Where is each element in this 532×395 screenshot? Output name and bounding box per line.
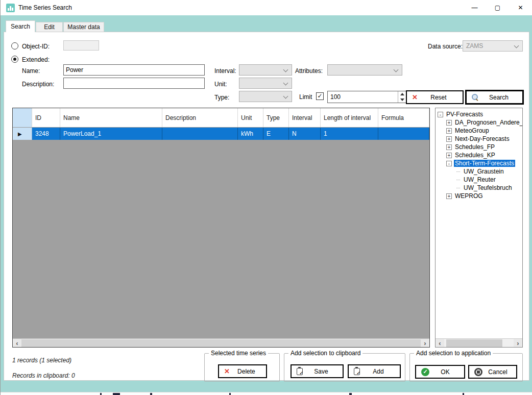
limit-label: Limit (299, 93, 312, 101)
tree-item-schedules-kp[interactable]: + Schedules_KP (436, 151, 522, 159)
tree-item-uw-reuter[interactable]: UW_Reuter (436, 176, 522, 184)
expand-icon[interactable]: + (446, 144, 452, 150)
scroll-right-icon[interactable]: › (421, 339, 429, 348)
tree-item-label: WEPROG (454, 192, 484, 200)
tree-item-label: UW_Teufelsbruch (463, 184, 513, 191)
tree-connector (456, 188, 460, 188)
scrollbar-thumb[interactable] (446, 339, 502, 347)
object-id-radio[interactable] (11, 42, 18, 50)
description-input[interactable] (63, 78, 205, 89)
data-source-select[interactable]: ZAMS (463, 40, 523, 52)
expand-icon[interactable]: + (446, 128, 452, 134)
type-label: Type: (214, 94, 229, 101)
tree-item-pv-forecasts[interactable]: - PV-Forecasts (436, 110, 522, 118)
type-select[interactable] (239, 91, 292, 102)
attributes-select[interactable] (327, 64, 402, 76)
col-header-length-of-interval[interactable]: Length of interval (321, 108, 378, 127)
data-source-label: Data source: (428, 43, 463, 50)
results-grid: ID Name Description Unit Type Interval L… (12, 108, 430, 348)
groupbox-title: Add selection to application (414, 350, 493, 357)
scroll-left-icon[interactable]: ‹ (436, 339, 444, 348)
tree-item-label: UW_Reuter (463, 176, 497, 183)
scrollbar-thumb[interactable] (21, 339, 421, 347)
close-button[interactable]: ✕ (509, 0, 532, 15)
ok-button-label: OK (433, 368, 464, 376)
col-header-name[interactable]: Name (60, 108, 162, 127)
tree-horizontal-scrollbar[interactable]: ‹ › (436, 338, 522, 347)
expand-icon[interactable]: + (446, 153, 452, 158)
name-input[interactable] (63, 64, 205, 76)
tree-item-label: Schedules_FP (454, 143, 496, 151)
tree-item-short-term-forecasts[interactable]: - Short-Term-Forecasts (436, 159, 522, 167)
spin-up-icon[interactable] (398, 91, 406, 97)
scroll-left-icon[interactable]: ‹ (13, 339, 21, 348)
tree-connector (456, 171, 460, 172)
tree-item-meteogroup[interactable]: + MeteoGroup (436, 127, 522, 135)
limit-spin-buttons (398, 91, 406, 103)
tree-item-weprog[interactable]: + WEPROG (436, 192, 522, 200)
green-check-icon: ✓ (421, 368, 429, 376)
forecast-tree-panel: - PV-Forecasts + DA_Prognosen_Andere_ + … (435, 108, 523, 348)
clipboard-status: Records in clipboard: 0 (12, 372, 75, 379)
add-button[interactable]: ✓ Add (348, 364, 401, 378)
collapse-icon[interactable]: - (446, 161, 452, 166)
delete-button[interactable]: ✕ Delete (218, 364, 267, 378)
tree-item-next-day-forecasts[interactable]: + Next-Day-Forecasts (436, 135, 522, 143)
cell-formula (378, 128, 429, 140)
tab-master-data[interactable]: Master data (63, 22, 104, 32)
groupbox-title: Add selection to clipboard (288, 350, 362, 357)
tab-search[interactable]: Search (6, 20, 35, 32)
cancel-button[interactable]: Cancel (468, 365, 517, 379)
window-title: Time Series Search (18, 0, 72, 15)
tree-item-uw-teufelsbruch[interactable]: UW_Teufelsbruch (436, 184, 522, 192)
maximize-button[interactable]: ▢ (486, 0, 509, 15)
unit-select[interactable] (239, 78, 292, 89)
interval-select[interactable] (239, 64, 292, 76)
col-header-type[interactable]: Type (263, 108, 289, 127)
search-button-label: Search (482, 94, 522, 101)
grid-corner-cell (13, 108, 32, 127)
group-add-to-clipboard: Add selection to clipboard ✓ Save ✓ Add (284, 353, 405, 382)
scroll-right-icon[interactable]: › (514, 339, 522, 348)
grid-horizontal-scrollbar[interactable]: ‹ › (13, 338, 429, 347)
limit-checkbox[interactable]: ✓ (316, 92, 324, 100)
name-label: Name: (22, 67, 40, 75)
red-x-icon: ✕ (412, 93, 418, 101)
ok-button[interactable]: ✓ OK (415, 365, 465, 379)
minimize-button[interactable]: — (463, 0, 486, 15)
window-controls: — ▢ ✕ (463, 0, 532, 15)
search-button[interactable]: Search (465, 90, 524, 105)
collapse-icon[interactable]: - (438, 112, 443, 117)
expand-icon[interactable]: + (446, 193, 452, 199)
tree-item-schedules-fp[interactable]: + Schedules_FP (436, 143, 522, 151)
tree-item-da-prognosen[interactable]: + DA_Prognosen_Andere_ (436, 118, 522, 127)
tree-item-uw-graustein[interactable]: UW_Graustein (436, 167, 522, 176)
table-row[interactable]: ▶ 3248 PowerLoad_1 kWh E N 1 (13, 128, 429, 140)
expand-icon[interactable]: + (446, 120, 452, 126)
col-header-id[interactable]: ID (32, 108, 60, 127)
row-selector-cell[interactable]: ▶ (13, 128, 32, 140)
spin-down-icon[interactable] (398, 97, 406, 103)
reset-button[interactable]: ✕ Reset (406, 90, 464, 104)
expand-icon[interactable]: + (446, 136, 452, 142)
limit-input[interactable] (328, 91, 397, 103)
add-button-label: Add (364, 368, 400, 375)
group-add-to-application: Add selection to application ✓ OK Cancel (409, 353, 523, 382)
extended-radio[interactable] (11, 56, 18, 63)
cell-description (162, 128, 238, 140)
red-x-icon: ✕ (224, 367, 230, 375)
cell-unit: kWh (238, 128, 263, 140)
object-id-input[interactable] (63, 40, 99, 51)
col-header-description[interactable]: Description (162, 108, 238, 127)
col-header-interval[interactable]: Interval (289, 108, 321, 127)
clipboard-check-icon: ✓ (297, 368, 303, 375)
tab-edit[interactable]: Edit (36, 22, 63, 32)
col-header-formula[interactable]: Formula (378, 108, 429, 127)
chevron-down-icon (394, 67, 399, 72)
save-button[interactable]: ✓ Save (291, 364, 344, 378)
cell-id: 3248 (32, 128, 60, 140)
cell-interval: N (289, 128, 321, 140)
col-header-unit[interactable]: Unit (238, 108, 263, 127)
row-selector-icon: ▶ (18, 131, 22, 137)
grid-header-row: ID Name Description Unit Type Interval L… (13, 108, 429, 128)
